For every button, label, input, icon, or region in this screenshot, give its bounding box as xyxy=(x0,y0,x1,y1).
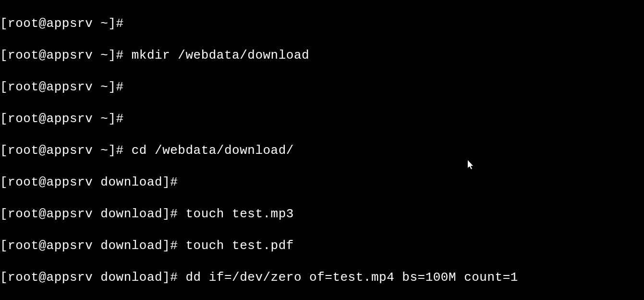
terminal-line: [root@appsrv ~]# xyxy=(0,79,644,95)
terminal-line: [root@appsrv ~]# xyxy=(0,16,644,32)
terminal-line: [root@appsrv download]# xyxy=(0,175,644,190)
terminal-line: [root@appsrv ~]# mkdir /webdata/download xyxy=(0,48,644,63)
terminal-line: [root@appsrv download]# dd if=/dev/zero … xyxy=(0,270,644,286)
terminal-line: [root@appsrv download]# touch test.mp3 xyxy=(0,206,644,222)
terminal-line: [root@appsrv ~]# cd /webdata/download/ xyxy=(0,143,644,159)
terminal-output[interactable]: [root@appsrv ~]# [root@appsrv ~]# mkdir … xyxy=(0,0,644,300)
terminal-line: [root@appsrv download]# touch test.pdf xyxy=(0,238,644,254)
terminal-line: [root@appsrv ~]# xyxy=(0,111,644,127)
